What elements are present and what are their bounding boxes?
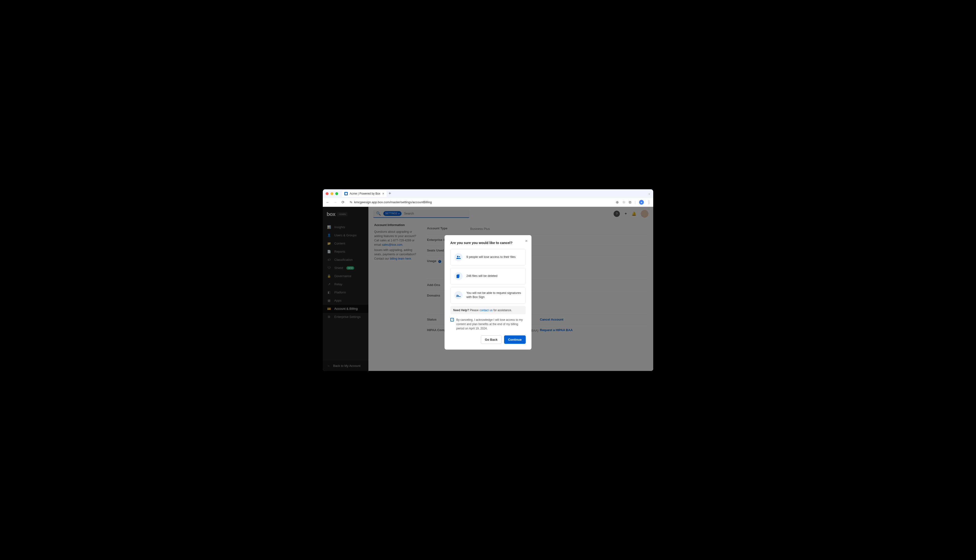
zoom-icon[interactable]: ⊕ (616, 200, 619, 204)
contact-us-link[interactable]: contact us (480, 308, 493, 312)
warning-card-people: 9 people will lose access to their files (450, 249, 526, 265)
warning-text: 9 people will lose access to their files (466, 255, 516, 259)
continue-button[interactable]: Continue (504, 335, 526, 344)
window-maximize[interactable] (335, 192, 338, 195)
warning-card-sign: You will not be able to request signatur… (450, 287, 526, 303)
warning-card-files: 246 files will be deleted (450, 268, 526, 284)
acknowledge-text: By canceling, I acknowledge I will lose … (456, 318, 526, 331)
browser-tab[interactable]: Acme | Powered by Box × (342, 190, 387, 197)
signature-icon (455, 291, 463, 299)
browser-chrome: Acme | Powered by Box × + ⌄ ← → ⟳ ⇆ kmcg… (323, 189, 653, 207)
warning-text: 246 files will be deleted (466, 274, 497, 278)
address-bar[interactable]: ⇆ kmcgeesign.app.box.com/master/settings… (348, 200, 613, 204)
nav-back-icon[interactable]: ← (325, 200, 330, 204)
svg-point-0 (457, 256, 458, 257)
modal-close-icon[interactable]: × (525, 238, 528, 243)
chrome-menu-icon[interactable]: ⋮ (647, 200, 651, 204)
bookmark-icon[interactable]: ☆ (622, 200, 625, 204)
modal-overlay: × Are you sure you would like to cancel?… (323, 207, 653, 371)
files-icon (455, 272, 463, 280)
tab-title: Acme | Powered by Box (350, 192, 380, 195)
nav-forward-icon[interactable]: → (333, 200, 338, 204)
extensions-icon[interactable]: ⧉ (629, 200, 632, 204)
acknowledge-checkbox[interactable]: ✓ (450, 318, 454, 322)
modal-title: Are you sure you would like to cancel? (450, 241, 526, 245)
profile-icon[interactable]: ▲ (639, 200, 644, 205)
box-favicon-icon (344, 192, 348, 195)
svg-point-1 (459, 256, 460, 257)
help-box: Need Help? Please contact us for assista… (450, 306, 526, 314)
tabs-dropdown-icon[interactable]: ⌄ (648, 192, 650, 195)
new-tab-button[interactable]: + (389, 191, 391, 196)
svg-rect-3 (456, 275, 459, 278)
window-close[interactable] (326, 192, 329, 195)
site-info-icon[interactable]: ⇆ (350, 200, 352, 204)
tab-close-icon[interactable]: × (382, 192, 384, 195)
nav-reload-icon[interactable]: ⟳ (341, 200, 345, 204)
warning-text: You will not be able to request signatur… (466, 291, 521, 300)
cancel-confirm-modal: × Are you sure you would like to cancel?… (445, 235, 531, 350)
url-text: kmcgeesign.app.box.com/master/settings/a… (354, 200, 432, 204)
go-back-button[interactable]: Go Back (481, 335, 502, 344)
people-icon (455, 253, 463, 261)
window-minimize[interactable] (331, 192, 333, 195)
